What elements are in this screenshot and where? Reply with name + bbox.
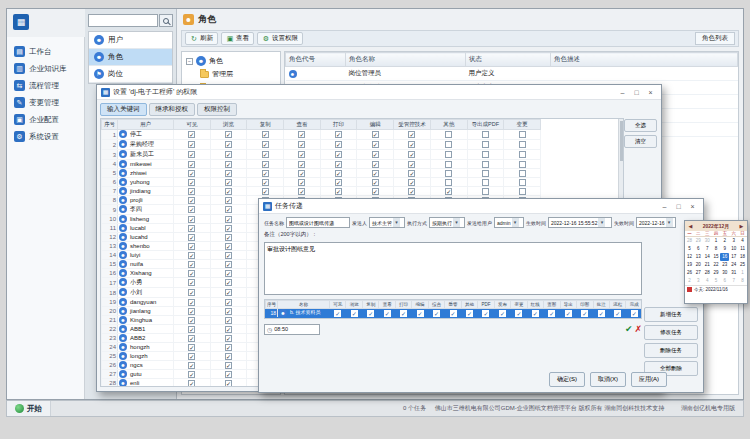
column-header[interactable]: 导出 [560,301,576,309]
checkbox[interactable] [188,179,195,186]
calendar-day[interactable]: 14 [703,253,712,261]
checkbox[interactable] [225,308,232,315]
calendar-day[interactable]: 18 [738,253,747,261]
checkbox[interactable] [372,170,379,177]
nav-item-users[interactable]: ☻用户 [89,32,172,49]
column-header[interactable]: 名称 [278,301,330,309]
calendar-day[interactable]: 23 [720,261,729,269]
calendar-day[interactable]: 30 [720,269,729,277]
column-header[interactable]: 用户 [118,120,174,130]
checkbox[interactable] [188,326,195,333]
checkbox[interactable] [384,310,391,317]
calendar-day[interactable]: 3 [729,237,738,245]
checkbox[interactable] [188,225,195,232]
checkbox[interactable] [188,234,195,241]
minimize-button[interactable]: – [616,87,629,98]
perm-row[interactable]: 1☻停工 [102,130,541,140]
calendar-day[interactable]: 16 [720,253,729,261]
checkbox[interactable] [335,170,342,177]
checkbox[interactable] [188,335,195,342]
checkbox[interactable] [262,188,269,195]
checkbox[interactable] [225,335,232,342]
confirm-check-icon[interactable]: ✔ [625,325,633,334]
checkbox[interactable] [519,151,526,158]
checkbox[interactable] [225,279,232,286]
checkbox[interactable] [225,270,232,277]
checkbox[interactable] [225,326,232,333]
checkbox[interactable] [335,179,342,186]
permission-dialog-titlebar[interactable]: ▦ 设置 'dj-电子工程师' 的权限 – □ × [97,85,661,100]
checkbox[interactable] [417,310,424,317]
checkbox[interactable] [225,225,232,232]
calendar-day[interactable]: 5 [685,245,694,253]
end-time-picker[interactable]: 2022-12-16▾ [636,217,676,228]
checkbox[interactable] [225,151,232,158]
checkbox[interactable] [532,310,539,317]
checkbox[interactable] [482,161,489,168]
calendar-day[interactable]: 7 [703,245,712,253]
checkbox[interactable] [188,362,195,369]
column-header[interactable]: 其他 [461,301,477,309]
checkbox[interactable] [408,141,415,148]
checkbox[interactable] [519,161,526,168]
checkbox[interactable] [548,310,555,317]
checkbox[interactable] [482,310,489,317]
calendar-day[interactable]: 17 [729,253,738,261]
checkbox[interactable] [188,131,195,138]
column-header[interactable]: 查图 [544,301,560,309]
checkbox[interactable] [298,179,305,186]
nav-item-posts[interactable]: ⚑岗位 [89,66,172,83]
checkbox[interactable] [188,371,195,378]
column-header[interactable]: 受管 [445,301,461,309]
calendar-day[interactable]: 19 [685,261,694,269]
checkbox[interactable] [445,179,452,186]
clear-all-button[interactable]: 清空 [624,135,657,148]
checkbox[interactable] [482,141,489,148]
checkbox[interactable] [225,197,232,204]
sidebar-item-workbench[interactable]: ▤工作台 [7,43,84,60]
table-row[interactable]: ☻岗位管理员用户定义 [286,67,738,81]
checkbox[interactable] [188,243,195,250]
checkbox[interactable] [225,317,232,324]
checkbox[interactable] [482,170,489,177]
checkbox[interactable] [372,161,379,168]
checkbox[interactable] [188,344,195,351]
close-button[interactable]: × [644,87,657,98]
calendar-footer[interactable]: 今天: 2022/11/16 [685,285,747,293]
checkbox[interactable] [188,380,195,387]
checkbox[interactable] [408,170,415,177]
checkbox[interactable] [298,188,305,195]
column-header[interactable]: 受管控技术 [394,120,431,130]
calendar-day[interactable]: 4 [738,237,747,245]
calendar-day[interactable]: 21 [703,261,712,269]
minimize-button[interactable]: – [658,201,671,212]
checkbox[interactable] [188,151,195,158]
calendar-day[interactable]: 30 [703,237,712,245]
nav-item-roles[interactable]: ☻角色 [89,49,172,66]
checkbox[interactable] [445,170,452,177]
checkbox[interactable] [351,310,358,317]
checkbox[interactable] [335,131,342,138]
checkbox[interactable] [519,170,526,177]
column-header[interactable]: 查看 [284,120,321,130]
mode-select[interactable]: 按期执行▾ [429,217,465,228]
task-name-input[interactable] [286,217,350,228]
tree-node[interactable]: 管理层 [184,67,278,81]
perm-row[interactable]: 3☻新来员工 [102,150,541,160]
checkbox[interactable] [188,270,195,277]
perm-row[interactable]: 5☻zhiwei [102,169,541,178]
apply-button[interactable]: 应用(A) [631,372,667,387]
checkbox[interactable] [515,310,522,317]
calendar-day[interactable]: 10 [729,245,738,253]
column-header[interactable]: 复制 [247,120,284,130]
calendar-day[interactable]: 24 [729,261,738,269]
calendar-day[interactable]: 27 [694,269,703,277]
calendar-day[interactable]: 25 [738,261,747,269]
perm-row[interactable]: 7☻jindiang [102,187,541,196]
checkbox[interactable] [262,179,269,186]
checkbox[interactable] [225,380,232,387]
calendar-day[interactable]: 28 [703,269,712,277]
calendar-day[interactable]: 8 [712,245,721,253]
checkbox[interactable] [372,151,379,158]
checkbox[interactable] [188,308,195,315]
